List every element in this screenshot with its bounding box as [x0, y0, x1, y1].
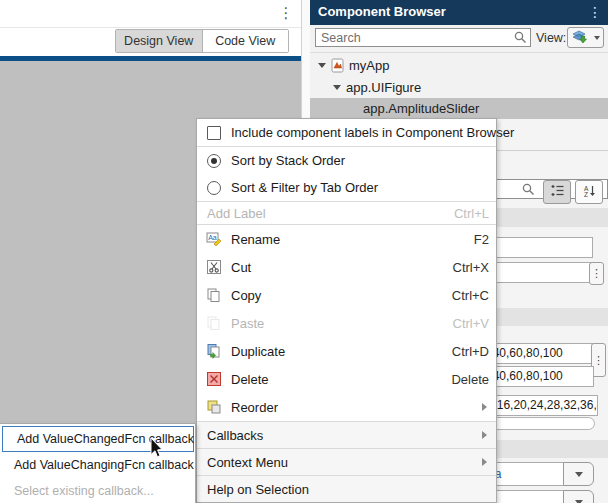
font-size-dropdown-button[interactable] [563, 490, 594, 503]
context-menu: Include component labels in Component Br… [196, 118, 497, 503]
menu-item-label: Reorder [231, 400, 278, 415]
menu-item-label: Sort & Filter by Tab Order [231, 180, 378, 195]
checkbox-icon[interactable] [206, 125, 222, 141]
radio-icon[interactable] [206, 180, 222, 196]
toolbar-overflow-menu-icon[interactable]: ⋮ [276, 2, 296, 24]
menu-item-label: Delete [231, 372, 269, 387]
paste-icon [206, 315, 222, 331]
component-browser-search-input[interactable] [315, 28, 531, 47]
chevron-down-icon [575, 500, 583, 503]
menu-item-label: Add Label [207, 206, 266, 221]
app-designer-window: ⋮ Design View Code View Component Browse… [0, 0, 608, 503]
menu-item-label: Context Menu [207, 455, 288, 470]
copy-icon [206, 287, 222, 303]
menu-shortcut: Ctrl+V [453, 316, 489, 331]
menu-item-copy[interactable]: CopyCtrl+C [197, 281, 496, 309]
menu-item-label: Cut [231, 260, 251, 275]
radio-icon[interactable] [206, 153, 222, 169]
search-icon [522, 183, 535, 199]
menu-item-duplicate[interactable]: DuplicateCtrl+D [197, 337, 496, 365]
submenu-item-add-valuechangingfcn-callback[interactable]: Add ValueChangingFcn callback [0, 452, 195, 478]
menu-shortcut: Delete [451, 372, 489, 387]
tree-node-label: app.UIFigure [346, 80, 421, 95]
menu-item-rename[interactable]: AaRenameF2 [197, 225, 496, 253]
sort-alphabetical-icon: A Z [582, 184, 597, 201]
toolbar-divider [0, 27, 301, 28]
menu-shortcut: Ctrl+L [454, 206, 489, 221]
menu-shortcut: Ctrl+D [452, 344, 489, 359]
menu-item-reorder[interactable]: Reorder [197, 393, 496, 421]
menu-item-label: Paste [231, 316, 264, 331]
menu-shortcut: Ctrl+X [453, 260, 489, 275]
submenu-arrow-icon [482, 431, 487, 439]
submenu-item-add-valuechangedfcn-callback[interactable]: Add ValueChangedFcn callback [2, 426, 194, 452]
code-view-button[interactable]: Code View [202, 30, 289, 52]
menu-item-cut[interactable]: CutCtrl+X [197, 253, 496, 281]
cut-icon [206, 259, 222, 275]
menu-item-label: Include component labels in Component Br… [231, 125, 514, 140]
menu-item-sort-filter-by-tab-order[interactable]: Sort & Filter by Tab Order [197, 174, 496, 201]
tree-node-app-amplitudeslider[interactable]: app.AmplitudeSlider [310, 98, 608, 119]
menu-item-callbacks[interactable]: Callbacks [197, 422, 496, 448]
menu-item-label: Copy [231, 288, 261, 303]
chevron-down-icon [575, 472, 583, 477]
view-toggle: Design View Code View [115, 29, 289, 53]
component-browser-menu-icon[interactable]: ⋮ [586, 2, 604, 22]
layers-icon [571, 29, 588, 47]
menu-item-add-label[interactable]: Add LabelCtrl+L [197, 202, 496, 224]
menu-item-label: Sort by Stack Order [231, 153, 345, 168]
view-mode-button[interactable] [567, 27, 604, 48]
submenu-item-select-existing-callback[interactable]: Select existing callback... [0, 478, 195, 503]
design-toolbar: ⋮ Design View Code View [0, 0, 301, 56]
view-label: View: [536, 31, 566, 45]
chevron-down-icon [594, 36, 600, 40]
component-browser-title: Component Browser [318, 4, 446, 19]
menu-item-label: Duplicate [231, 344, 285, 359]
rename-icon: Aa [206, 231, 222, 247]
menu-item-delete[interactable]: DeleteDelete [197, 365, 496, 393]
submenu-arrow-icon [482, 458, 487, 466]
component-browser-search-row: View: [310, 25, 608, 53]
font-name-dropdown-button[interactable] [563, 462, 594, 486]
svg-text:Aa: Aa [208, 234, 217, 241]
menu-item-paste[interactable]: PasteCtrl+V [197, 309, 496, 337]
tree-expand-icon[interactable] [333, 85, 341, 90]
component-browser-header: Component Browser ⋮ [310, 0, 608, 25]
menu-item-help-on-selection[interactable]: Help on Selection [197, 476, 496, 502]
menu-item-sort-by-stack-order[interactable]: Sort by Stack Order [197, 147, 496, 174]
ellipsis-button[interactable]: ⋮ [589, 262, 604, 285]
design-view-button[interactable]: Design View [116, 30, 202, 52]
search-icon [514, 31, 527, 47]
menu-item-label: Help on Selection [207, 482, 309, 497]
svg-text:Z: Z [584, 191, 588, 198]
duplicate-icon [206, 343, 222, 359]
delete-icon [206, 371, 222, 387]
tree-node-app-uifigure[interactable]: app.UIFigure [310, 77, 608, 98]
group-by-category-icon [550, 184, 565, 200]
component-browser-panel: Component Browser ⋮ View: myAppapp.UI [310, 0, 608, 119]
submenu-arrow-icon [482, 403, 487, 411]
tree-node-label: myApp [349, 58, 389, 73]
tree-node-label: app.AmplitudeSlider [363, 101, 479, 116]
tree-expand-icon[interactable] [318, 63, 326, 68]
sort-alphabetical-button[interactable]: A Z [575, 180, 603, 204]
menu-item-context-menu[interactable]: Context Menu [197, 449, 496, 475]
app-file-icon [331, 58, 344, 73]
menu-item-label: Callbacks [207, 428, 263, 443]
tree-node-myapp[interactable]: myApp [310, 55, 608, 76]
mouse-cursor [146, 437, 163, 460]
menu-item-include-component-labels-in-component-browser[interactable]: Include component labels in Component Br… [197, 119, 496, 146]
menu-shortcut: F2 [474, 232, 489, 247]
component-tree: myAppapp.UIFigureapp.AmplitudeSlider [310, 52, 608, 119]
reorder-icon [206, 399, 222, 415]
menu-shortcut: Ctrl+C [452, 288, 489, 303]
group-by-category-button[interactable] [543, 180, 571, 204]
menu-item-label: Rename [231, 232, 280, 247]
callbacks-submenu: Add ValueChangedFcn callbackAdd ValueCha… [0, 423, 196, 503]
